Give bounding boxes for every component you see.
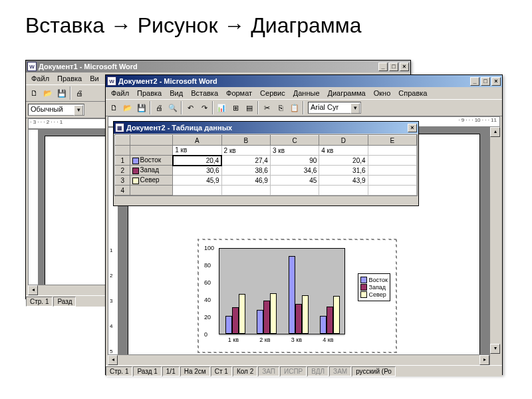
- status-col: Кол 2: [233, 366, 257, 376]
- print-icon[interactable]: 🖨: [72, 86, 86, 100]
- menu-edit[interactable]: Правка: [55, 74, 84, 83]
- status-rec: ЗАП: [258, 366, 279, 376]
- horizontal-scrollbar[interactable]: ◂ ▸: [108, 354, 489, 365]
- import-icon[interactable]: ⊞: [229, 101, 242, 114]
- print-icon[interactable]: 🖨: [152, 101, 166, 114]
- word-icon: W: [107, 76, 116, 86]
- statusbar-doc2: Стр. 1 Разд 1 1/1 На 2см Ст 1 Кол 2 ЗАП …: [106, 365, 502, 376]
- paste-icon[interactable]: 📋: [288, 101, 301, 114]
- save-icon[interactable]: 💾: [55, 86, 68, 100]
- minimize-button[interactable]: _: [470, 77, 479, 86]
- titlebar-datasheet[interactable]: ▦ Документ2 - Таблица данных ×: [114, 122, 418, 134]
- vertical-scrollbar[interactable]: ▴ ▾: [489, 127, 500, 365]
- menu-edit[interactable]: Правка: [134, 88, 164, 98]
- font-combo[interactable]: Arial Cyr: [308, 102, 361, 114]
- title-text-datasheet: Документ2 - Таблица данных: [126, 124, 408, 132]
- menu-format[interactable]: Формат: [223, 88, 255, 98]
- datasheet-grid[interactable]: ABCDE1 кв2 кв3 кв4 кв1Восток20,427,49020…: [114, 134, 418, 196]
- menu-file[interactable]: Файл: [108, 88, 132, 98]
- status-ovr: ЗАМ: [329, 366, 351, 376]
- title-text-doc2: Документ2 - Microsoft Word: [118, 77, 470, 85]
- slide-title: Вставка → Рисунок → Диаграмма: [25, 13, 532, 38]
- menubar-doc2[interactable]: Файл Правка Вид Вставка Формат Сервис Да…: [106, 87, 502, 99]
- save-icon[interactable]: 💾: [135, 101, 148, 114]
- close-button[interactable]: ×: [400, 63, 409, 71]
- status-page: Стр. 1: [26, 297, 53, 307]
- titlebar-doc2[interactable]: W Документ2 - Microsoft Word _ □ ×: [106, 75, 502, 87]
- open-icon[interactable]: 📂: [41, 86, 55, 100]
- window-document2: W Документ2 - Microsoft Word _ □ × Файл …: [105, 74, 503, 375]
- datasheet-window[interactable]: ▦ Документ2 - Таблица данных × ABCDE1 кв…: [113, 121, 419, 206]
- menu-file[interactable]: Файл: [29, 74, 52, 83]
- title-text-doc1: Документ1 - Microsoft Word: [39, 63, 378, 70]
- redo-icon[interactable]: ↷: [198, 101, 211, 114]
- new-icon[interactable]: 🗋: [107, 101, 120, 114]
- toolbar-doc2: 🗋 📂 💾 🖨 🔍 ↶ ↷ 📊 ⊞ ▤ ✂ ⎘ 📋 Arial Cyr: [106, 99, 502, 116]
- menu-insert[interactable]: Вставка: [188, 88, 221, 98]
- status-section: Разд: [53, 297, 76, 307]
- menu-window[interactable]: Окно: [371, 88, 394, 98]
- datasheet-icon[interactable]: ▤: [243, 101, 256, 114]
- print-preview-icon[interactable]: 🔍: [166, 101, 180, 114]
- menu-view[interactable]: Вид: [167, 88, 186, 98]
- minimize-button[interactable]: _: [378, 63, 388, 71]
- close-button[interactable]: ×: [408, 124, 417, 132]
- datasheet-icon: ▦: [115, 123, 124, 132]
- status-lang: русский (Ро: [352, 366, 396, 376]
- titlebar-doc1[interactable]: W Документ1 - Microsoft Word _ □ ×: [26, 61, 410, 72]
- vertical-ruler: [28, 129, 39, 295]
- status-page: Стр. 1: [106, 366, 132, 376]
- status-section: Разд 1: [133, 366, 161, 376]
- status-ext: ВДЛ: [307, 366, 329, 376]
- close-button[interactable]: ×: [491, 77, 501, 86]
- menu-chart[interactable]: Диаграмма: [325, 88, 368, 98]
- menu-help[interactable]: Справка: [396, 88, 430, 98]
- open-icon[interactable]: 📂: [121, 101, 134, 114]
- chart-object[interactable]: ВостокЗападСевер 0204060801001 кв2 кв3 к…: [198, 239, 397, 353]
- menu-view[interactable]: Ви: [87, 74, 101, 83]
- maximize-button[interactable]: □: [481, 77, 490, 86]
- status-at: На 2см: [180, 366, 210, 376]
- undo-icon[interactable]: ↶: [184, 101, 197, 114]
- cut-icon[interactable]: ✂: [260, 101, 273, 114]
- word-icon: W: [27, 62, 37, 71]
- new-icon[interactable]: 🗋: [27, 86, 41, 100]
- style-combo[interactable]: Обычный: [28, 104, 84, 116]
- menu-tools[interactable]: Сервис: [257, 88, 288, 98]
- status-pageno: 1/1: [162, 366, 180, 376]
- maximize-button[interactable]: □: [389, 63, 398, 71]
- status-line: Ст 1: [211, 366, 232, 376]
- status-trk: ИСПР: [280, 366, 307, 376]
- chart-legend: ВостокЗападСевер: [358, 273, 390, 301]
- copy-icon[interactable]: ⎘: [274, 101, 287, 114]
- chart-type-icon[interactable]: 📊: [215, 101, 228, 114]
- menu-data[interactable]: Данные: [291, 88, 323, 98]
